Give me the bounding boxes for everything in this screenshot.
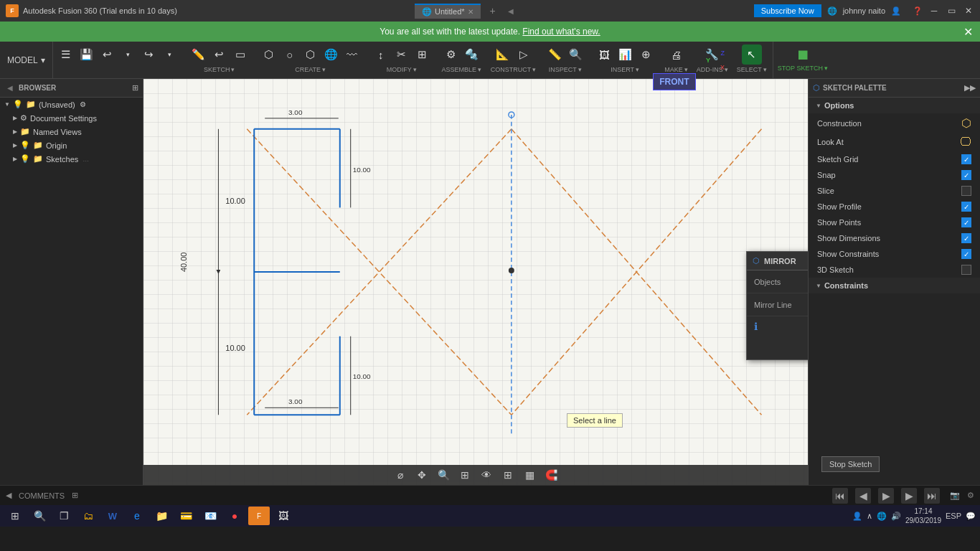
sketch-create-btn[interactable]: ✏️ (189, 44, 209, 65)
play-prev-btn[interactable]: ◀ (855, 488, 871, 504)
view-btn[interactable]: 👁 (477, 467, 496, 483)
word-btn[interactable]: W (102, 507, 123, 525)
play-prev-start-btn[interactable]: ⏮ (832, 488, 848, 504)
addins-btn[interactable]: 🔧 (702, 44, 722, 65)
stop-sketch-palette-btn[interactable]: Stop Sketch (821, 456, 880, 472)
sketch-palette-expand-btn[interactable]: ▶▶ (964, 83, 976, 93)
grid-btn[interactable]: ⊞ (499, 467, 517, 483)
select-label[interactable]: SELECT ▾ (737, 66, 767, 73)
wallet-btn[interactable]: 💳 (175, 507, 197, 525)
inspect-label[interactable]: INSPECT ▾ (549, 66, 582, 73)
modify-label[interactable]: MODIFY ▾ (387, 66, 417, 73)
active-tab[interactable]: 🌐 Untitled* ✕ (415, 4, 481, 19)
redo-dropdown-btn[interactable]: ▾ (160, 44, 180, 65)
close-btn[interactable]: ✕ (963, 5, 974, 17)
sidebar-item-origin[interactable]: ▶ 💡 📁 Origin (0, 138, 143, 152)
notification-btn[interactable]: 💬 (966, 512, 976, 521)
ie-btn[interactable]: e (126, 507, 148, 525)
stop-sketch-section[interactable]: ⏹ STOP SKETCH ▾ (773, 42, 832, 78)
assemble-btn1[interactable]: ⚙ (441, 44, 461, 65)
settings-icon[interactable]: ⚙ (80, 100, 86, 108)
create-label[interactable]: CREATE ▾ (295, 66, 326, 73)
banner-close-btn[interactable]: ✕ (963, 25, 973, 39)
hamburger-btn[interactable]: ☰ (56, 44, 76, 65)
insert-label[interactable]: INSERT ▾ (611, 66, 639, 73)
insert-btn1[interactable]: 🖼 (594, 44, 614, 65)
model-selector[interactable]: MODEL ▾ (0, 42, 53, 78)
chrome-btn[interactable]: ● (224, 507, 245, 525)
slice-checkbox[interactable] (961, 186, 971, 196)
insert-btn2[interactable]: 📊 (615, 44, 635, 65)
assemble-label[interactable]: ASSEMBLE ▾ (441, 66, 481, 73)
maximize-btn[interactable]: ▭ (946, 5, 957, 17)
explorer-btn[interactable]: 🗂 (77, 507, 99, 525)
create-btn4[interactable]: 🌐 (321, 44, 341, 65)
construction-icon[interactable]: ⬡ (961, 116, 971, 130)
view-cube[interactable]: FRONT X Y Z (653, 64, 696, 100)
comments-toggle-btn[interactable]: ◀ (6, 491, 11, 500)
display-btn[interactable]: ▦ (520, 467, 539, 483)
inspect-btn2[interactable]: 🔍 (565, 44, 585, 65)
undo-btn[interactable]: ↩ (98, 44, 118, 65)
create-btn2[interactable]: ○ (280, 44, 300, 65)
construct-label[interactable]: CONSTRUCT ▾ (491, 66, 537, 73)
snap-checkbox[interactable]: ✓ (961, 170, 971, 180)
save-btn[interactable]: 💾 (77, 44, 97, 65)
play-next-end-btn[interactable]: ⏭ (924, 488, 940, 504)
stop-sketch-label[interactable]: STOP SKETCH ▾ (778, 65, 828, 72)
sketch-label[interactable]: SKETCH ▾ (204, 66, 235, 73)
sidebar-root-item[interactable]: ▼ 💡 📁 (Unsaved) ⚙ (0, 98, 143, 111)
play-next-btn[interactable]: ▶ (901, 488, 917, 504)
construct-btn1[interactable]: 📐 (493, 44, 513, 65)
select-btn[interactable]: ↖ (742, 44, 762, 65)
options-section[interactable]: ▼ Options (809, 98, 980, 113)
modify-btn1[interactable]: ↕ (371, 44, 391, 65)
show-dimensions-checkbox[interactable]: ✓ (961, 233, 971, 243)
redo-btn[interactable]: ↪ (139, 44, 159, 65)
snap-bottom-btn[interactable]: 🧲 (542, 467, 560, 483)
finish-sketch-btn[interactable]: ↩ (209, 44, 230, 65)
sidebar-expand-btn[interactable]: ⊞ (132, 83, 138, 93)
pan-btn[interactable]: ✥ (413, 467, 431, 483)
sketch-3d-checkbox[interactable] (961, 265, 971, 275)
modify-btn3[interactable]: ⊞ (413, 44, 433, 65)
insert-btn3[interactable]: ⊕ (636, 44, 656, 65)
create-btn5[interactable]: 〰 (342, 44, 362, 65)
orbit-btn[interactable]: ⌀ (391, 467, 410, 483)
sidebar-collapse-btn[interactable]: ◀ (4, 83, 16, 93)
start-btn[interactable]: ⊞ (4, 507, 26, 525)
file-manager-btn[interactable]: 📁 (151, 507, 172, 525)
statusbar-expand-btn[interactable]: ⊞ (72, 491, 78, 500)
zoom-btn[interactable]: 🔍 (434, 467, 453, 483)
show-constraints-checkbox[interactable]: ✓ (961, 249, 971, 259)
make-btn[interactable]: 🖨 (666, 44, 686, 65)
modify-btn2[interactable]: ✂ (392, 44, 412, 65)
construct-btn2[interactable]: ▷ (514, 44, 534, 65)
sketch-grid-checkbox[interactable]: ✓ (961, 154, 971, 164)
undo-dropdown-btn[interactable]: ▾ (118, 44, 138, 65)
fusion360-taskbar-btn[interactable]: F (248, 507, 270, 525)
sketch-3d-btn[interactable]: ▭ (230, 44, 250, 65)
create-btn3[interactable]: ⬡ (301, 44, 321, 65)
canvas-area[interactable]: 10.00 10.00 40.00 3.00 3.00 10.00 10.00 (143, 79, 808, 485)
assemble-btn2[interactable]: 🔩 (462, 44, 482, 65)
inspect-btn1[interactable]: 📏 (545, 44, 565, 65)
constraints-section[interactable]: ▼ Constraints (809, 278, 980, 293)
search-btn[interactable]: 🔍 (29, 507, 50, 525)
photos-btn[interactable]: 🖼 (273, 507, 294, 525)
create-btn1[interactable]: ⬡ (259, 44, 279, 65)
show-points-checkbox[interactable]: ✓ (961, 217, 971, 227)
settings-icon-statusbar[interactable]: ⚙ (967, 491, 974, 500)
minimize-btn[interactable]: ─ (928, 5, 940, 17)
update-link[interactable]: Find out what's new. (522, 27, 600, 37)
subscribe-btn[interactable]: Subscribe Now (754, 4, 821, 17)
task-view-btn[interactable]: ❐ (53, 507, 75, 525)
look-at-icon[interactable]: 🖵 (960, 136, 971, 149)
tab-close-btn[interactable]: ✕ (468, 8, 473, 16)
sidebar-item-doc-settings[interactable]: ▶ ⚙ Document Settings (0, 111, 143, 125)
fit-btn[interactable]: ⊞ (456, 467, 474, 483)
show-profile-checkbox[interactable]: ✓ (961, 202, 971, 212)
mail-btn[interactable]: 📧 (199, 507, 221, 525)
stop-sketch-icon[interactable]: ⏹ (793, 44, 813, 65)
sidebar-item-sketches[interactable]: ▶ 💡 📁 Sketches … (0, 152, 143, 166)
